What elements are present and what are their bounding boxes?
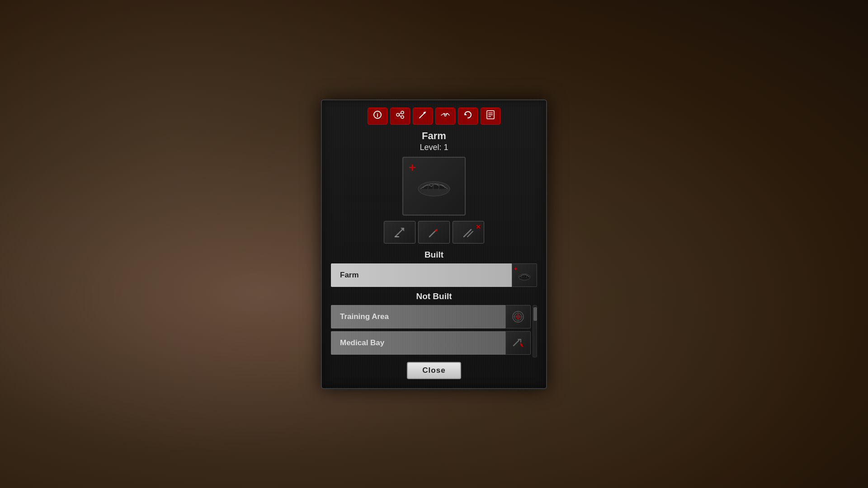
list-item-medical-bay[interactable]: Medical Bay bbox=[331, 331, 531, 355]
action-buttons: ✕ bbox=[331, 221, 537, 244]
training-area-icon bbox=[505, 305, 531, 328]
medical-bay-label: Medical Bay bbox=[331, 331, 505, 355]
tab-build[interactable] bbox=[413, 108, 433, 125]
not-built-rows: Training Area Medical Bay bbox=[331, 305, 537, 357]
medical-bay-icon bbox=[505, 331, 531, 355]
svg-marker-8 bbox=[465, 113, 467, 115]
svg-line-5 bbox=[399, 113, 401, 114]
tab-connections[interactable] bbox=[390, 108, 410, 125]
svg-line-20 bbox=[429, 230, 437, 237]
list-item-farm[interactable]: Farm + bbox=[331, 263, 537, 287]
tab-refresh[interactable] bbox=[458, 108, 478, 125]
svg-line-7 bbox=[420, 113, 424, 118]
refresh-icon bbox=[463, 110, 473, 122]
scrollbar[interactable] bbox=[533, 305, 537, 357]
svg-line-6 bbox=[399, 115, 401, 117]
building-icon: + bbox=[402, 157, 466, 216]
building-icon-container: + bbox=[331, 157, 537, 216]
svg-point-2 bbox=[396, 113, 399, 116]
demolish-x-badge: ✕ bbox=[476, 223, 481, 230]
svg-point-21 bbox=[436, 230, 438, 231]
pickaxe-icon bbox=[418, 110, 428, 122]
building-plus-sign: + bbox=[409, 161, 416, 174]
farm-badge: + bbox=[514, 266, 517, 272]
tab-log[interactable] bbox=[481, 108, 500, 125]
info-icon: i bbox=[373, 110, 382, 122]
tab-bar: i bbox=[331, 108, 537, 125]
farm-label: Farm bbox=[331, 263, 512, 287]
list-item-training-area[interactable]: Training Area bbox=[331, 305, 531, 328]
tab-trade[interactable] bbox=[435, 108, 455, 125]
bread-icon bbox=[416, 173, 452, 203]
upgrade-button[interactable] bbox=[384, 221, 415, 244]
building-modal: i bbox=[321, 99, 547, 389]
connections-icon bbox=[395, 110, 405, 122]
modal-overlay: i bbox=[0, 0, 868, 488]
svg-point-3 bbox=[401, 111, 404, 114]
not-built-list: Training Area Medical Bay bbox=[331, 305, 531, 357]
repair-button[interactable] bbox=[418, 221, 450, 244]
scrollbar-thumb bbox=[533, 307, 537, 321]
log-icon bbox=[486, 110, 495, 122]
farm-icon: + bbox=[512, 263, 537, 287]
svg-point-4 bbox=[401, 116, 404, 118]
svg-text:i: i bbox=[377, 112, 378, 118]
handshake-icon bbox=[440, 110, 450, 122]
svg-line-17 bbox=[395, 230, 402, 237]
not-built-section-label: Not Built bbox=[331, 291, 537, 301]
svg-line-22 bbox=[464, 230, 471, 237]
building-level: Level: 1 bbox=[331, 143, 537, 152]
demolish-button[interactable]: ✕ bbox=[453, 221, 484, 244]
training-area-label: Training Area bbox=[331, 305, 505, 328]
svg-line-34 bbox=[514, 340, 519, 346]
built-list: Farm + bbox=[331, 263, 537, 287]
close-button[interactable]: Close bbox=[407, 362, 461, 379]
building-title: Farm bbox=[331, 130, 537, 142]
built-section-label: Built bbox=[331, 250, 537, 260]
tab-info[interactable]: i bbox=[368, 108, 387, 125]
